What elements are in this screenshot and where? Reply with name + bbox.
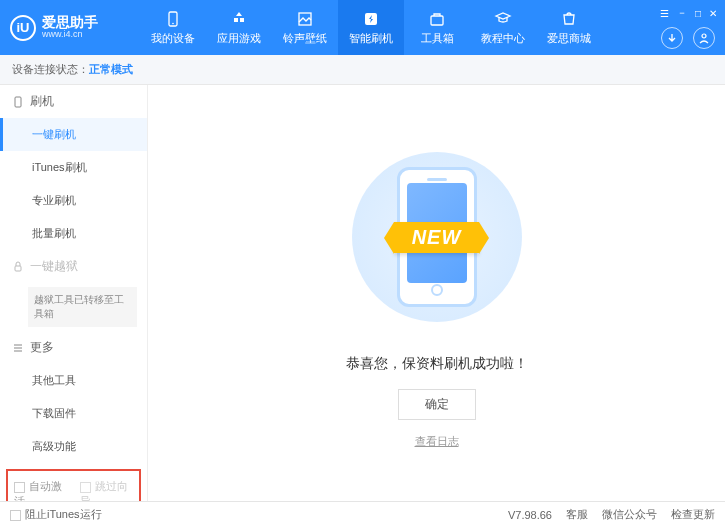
app-title: 爱思助手 [42,15,98,30]
device-icon [164,10,182,28]
svg-rect-6 [15,97,21,107]
main-content: NEW 恭喜您，保资料刷机成功啦！ 确定 查看日志 [148,85,725,501]
view-log-link[interactable]: 查看日志 [415,434,459,449]
sidebar-item-other-tools[interactable]: 其他工具 [0,364,147,397]
svg-point-1 [172,22,174,24]
close-icon[interactable]: ✕ [709,8,717,19]
nav-toolbox[interactable]: 工具箱 [404,0,470,55]
wallpaper-icon [296,10,314,28]
logo-icon: iU [10,15,36,41]
app-url: www.i4.cn [42,30,98,40]
nav-tutorials[interactable]: 教程中心 [470,0,536,55]
sidebar-item-oneclick-flash[interactable]: 一键刷机 [0,118,147,151]
nav-ringtones[interactable]: 铃声壁纸 [272,0,338,55]
window-controls: ☰ － □ ✕ [660,6,717,20]
tutorial-icon [494,10,512,28]
sidebar-item-download-firmware[interactable]: 下载固件 [0,397,147,430]
sidebar-item-pro-flash[interactable]: 专业刷机 [0,184,147,217]
version-label: V7.98.66 [508,509,552,521]
svg-rect-7 [15,266,21,271]
nav-apps-games[interactable]: 应用游戏 [206,0,272,55]
minimize-icon[interactable]: － [677,6,687,20]
store-icon [560,10,578,28]
options-highlight-box: 自动激活 跳过向导 [6,469,141,501]
auto-activate-checkbox[interactable]: 自动激活 [14,479,68,501]
lock-icon [12,261,24,273]
footer-link-support[interactable]: 客服 [566,507,588,522]
footer-link-wechat[interactable]: 微信公众号 [602,507,657,522]
nav-store[interactable]: 爱思商城 [536,0,602,55]
svg-rect-3 [365,13,377,25]
nav-smart-flash[interactable]: 智能刷机 [338,0,404,55]
maximize-icon[interactable]: □ [695,8,701,19]
sidebar-group-jailbreak: 一键越狱 [0,250,147,283]
download-button[interactable] [661,27,683,49]
apps-icon [230,10,248,28]
list-icon [12,342,24,354]
block-itunes-checkbox[interactable]: 阻止iTunes运行 [10,507,102,522]
top-nav: 我的设备 应用游戏 铃声壁纸 智能刷机 工具箱 教程中心 爱思商城 [140,0,602,55]
nav-my-device[interactable]: 我的设备 [140,0,206,55]
connection-mode: 正常模式 [89,63,133,75]
footer-link-update[interactable]: 检查更新 [671,507,715,522]
skip-guide-checkbox[interactable]: 跳过向导 [80,479,134,501]
toolbox-icon [428,10,446,28]
phone-icon [12,96,24,108]
app-header: iU 爱思助手 www.i4.cn 我的设备 应用游戏 铃声壁纸 智能刷机 工具… [0,0,725,55]
flash-icon [362,10,380,28]
sidebar-group-flash[interactable]: 刷机 [0,85,147,118]
sidebar-item-itunes-flash[interactable]: iTunes刷机 [0,151,147,184]
logo: iU 爱思助手 www.i4.cn [10,15,140,41]
svg-rect-4 [431,16,443,25]
user-button[interactable] [693,27,715,49]
success-message: 恭喜您，保资料刷机成功啦！ [346,355,528,373]
new-ribbon: NEW [394,222,480,253]
sidebar-item-batch-flash[interactable]: 批量刷机 [0,217,147,250]
success-illustration: NEW [337,137,537,337]
svg-point-5 [702,34,706,38]
sidebar-group-more[interactable]: 更多 [0,331,147,364]
ok-button[interactable]: 确定 [398,389,476,420]
connection-status: 设备连接状态：正常模式 [0,55,725,85]
menu-icon[interactable]: ☰ [660,8,669,19]
sidebar: 刷机 一键刷机 iTunes刷机 专业刷机 批量刷机 一键越狱 越狱工具已转移至… [0,85,148,501]
sidebar-item-advanced[interactable]: 高级功能 [0,430,147,463]
jailbreak-moved-note: 越狱工具已转移至工具箱 [28,287,137,327]
footer: 阻止iTunes运行 V7.98.66 客服 微信公众号 检查更新 [0,501,725,527]
